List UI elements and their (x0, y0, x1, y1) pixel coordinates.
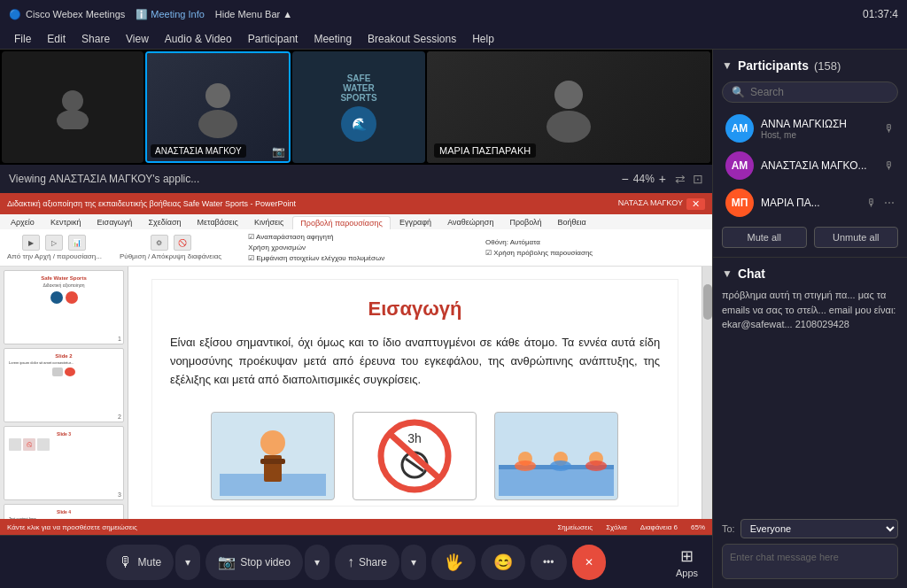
search-icon: 🔍 (732, 86, 745, 98)
tool-group-setup: ⚙ 🚫 Ρύθμιση / Απόκρυψη διαφάνειας (120, 235, 221, 260)
mic-icon: 🎙 (119, 554, 133, 570)
menu-edit[interactable]: Edit (40, 31, 73, 47)
ppt-tab-view[interactable]: Προβολή (502, 216, 548, 229)
share-dropdown[interactable]: ▾ (401, 545, 426, 580)
current-slide-area: Εισαγωγή Είναι εξίσου σημαντικοί, όχι όμ… (128, 267, 712, 519)
participant-item-anna[interactable]: ΑΜ ΑΝΝΑ ΜΑΓΚΙΩΣΗ Host, me 🎙 (722, 110, 898, 147)
video-thumb-anastasia[interactable]: ΑΝΑΣΤΑΣΙΑ ΜΑΓΚΟΥ 📷 (145, 51, 291, 163)
apps-button[interactable]: ⊞ Apps (676, 546, 698, 578)
participants-collapse-icon[interactable]: ▼ (722, 59, 733, 72)
ppt-tab-record[interactable]: Εγγραφή (392, 216, 438, 229)
svg-point-20 (515, 460, 536, 471)
ppt-tab-transitions[interactable]: Μεταβάσεις (190, 216, 244, 229)
slide-image-3 (494, 412, 618, 500)
participants-title: Participants (738, 58, 809, 73)
tool-play-current[interactable]: ▷ (45, 235, 63, 251)
tool-hide-slide[interactable]: 🚫 (174, 235, 191, 251)
svg-text:3h: 3h (408, 431, 422, 445)
tool-play-custom[interactable]: 📊 (68, 235, 86, 251)
video-icon: 📷 (218, 553, 236, 570)
meeting-info-button[interactable]: ℹ️ Meeting Info (136, 9, 205, 20)
video-label-maria: ΜΑΡΙΑ ΠΑΣΠΑΡΑΚΗ (434, 143, 536, 158)
tool-setup[interactable]: ⚙ (151, 235, 168, 251)
ppt-comments-tab[interactable]: Σχόλια (606, 523, 627, 531)
hide-menu-button[interactable]: Hide Menu Bar ▲ (215, 9, 292, 19)
zoom-out-button[interactable]: − (622, 172, 629, 186)
participant-info-anna: ΑΝΝΑ ΜΑΓΚΙΩΣΗ Host, me (761, 118, 877, 140)
slide-thumb-inner-3: Slide 3 🚫 (6, 429, 121, 491)
sync-icon[interactable]: ⇄ (675, 172, 686, 186)
slide-image-2: 3h (353, 412, 477, 500)
stop-video-button[interactable]: 📷 Stop video (205, 545, 303, 580)
participant-name-maria: ΜΑΡΙΑ ΠΑ... (761, 197, 859, 209)
chat-collapse-icon[interactable]: ▼ (722, 267, 733, 280)
zoom-in-button[interactable]: + (659, 172, 666, 186)
mute-button[interactable]: 🎙 Mute (106, 545, 174, 580)
mute-all-button[interactable]: Mute all (722, 227, 807, 248)
react-button[interactable]: 🖐 (431, 545, 476, 580)
participant-name-anna: ΑΝΝΑ ΜΑΓΚΙΩΣΗ (761, 118, 877, 130)
slide-thumb-2[interactable]: Slide 2 Lorem ipsum dolor sit amet conse… (4, 348, 124, 422)
ppt-tabs: Αρχείο Κεντρική Εισαγωγή Σχεδίαση Μεταβά… (0, 214, 712, 229)
video-thumb-water[interactable]: SAFEWATERSPORTS 🌊 (292, 51, 425, 163)
menu-audio-video[interactable]: Audio & Video (158, 31, 239, 47)
unmute-all-button[interactable]: Unmute all (814, 227, 899, 248)
more-options-button[interactable]: ••• (531, 545, 567, 580)
presentation-area: Διδακτική αξιοποίηση της εκπαιδευτικής β… (0, 193, 712, 535)
participant-avatar-maria: ΜΠ (725, 189, 754, 217)
react-icon: 🖐 (444, 553, 463, 572)
content-area: ΑΝΑΣΤΑΣΙΑ ΜΑΓΚΟΥ 📷 SAFEWATERSPORTS 🌊 ΜΑΡ… (0, 50, 712, 588)
tool-play-start[interactable]: ▶ (22, 235, 40, 251)
end-call-button[interactable]: ✕ (572, 545, 606, 580)
slide-thumb-1[interactable]: Safe Water Sports Διδακτική αξιοποίηση 1 (4, 270, 124, 344)
participant-role-anna: Host, me (761, 130, 877, 140)
slide-thumb-4[interactable]: Slide 4 Text content here... 4 (4, 504, 124, 519)
mute-dropdown[interactable]: ▾ (175, 545, 200, 580)
participant-mic-anastasia: 🎙 (884, 159, 895, 172)
ppt-scrollbar[interactable] (702, 267, 712, 519)
title-bar: 🔵 Cisco Webex Meetings ℹ️ Meeting Info H… (0, 0, 907, 28)
chat-to-select[interactable]: Everyone (740, 519, 898, 538)
participant-item-maria[interactable]: ΜΠ ΜΑΡΙΑ ΠΑ... 🎙 ⋯ (722, 184, 898, 221)
fullscreen-icon[interactable]: ⊡ (693, 172, 703, 186)
ppt-tab-insert[interactable]: Εισαγωγή (90, 216, 140, 229)
menu-file[interactable]: File (7, 31, 38, 47)
search-input[interactable] (750, 86, 888, 98)
participant-name-anastasia: ΑΝΑΣΤΑΣΙΑ ΜΑΓΚΟ... (761, 159, 877, 172)
ppt-tab-help[interactable]: Βοήθεια (551, 216, 593, 229)
menu-share[interactable]: Share (74, 31, 117, 47)
menu-view[interactable]: View (119, 31, 156, 47)
search-box[interactable]: 🔍 (722, 81, 898, 103)
video-dropdown[interactable]: ▾ (305, 545, 329, 580)
menu-help[interactable]: Help (465, 31, 501, 47)
menu-participant[interactable]: Participant (241, 31, 306, 47)
participant-item-anastasia[interactable]: ΑΜ ΑΝΑΣΤΑΣΙΑ ΜΑΓΚΟ... 🎙 (722, 147, 898, 184)
chat-input[interactable]: Enter chat message here (722, 544, 898, 579)
scroll-thumb[interactable] (703, 284, 712, 320)
ppt-tab-slideshow[interactable]: Προβολή παρουσίασης (292, 216, 391, 229)
video-icon-anastasia: 📷 (272, 145, 285, 158)
ppt-window: Διδακτική αξιοποίηση της εκπαιδευτικής β… (0, 193, 712, 535)
time-display: 01:37:4 (863, 8, 898, 20)
ppt-zoom-status: 65% (691, 523, 705, 531)
menu-breakout[interactable]: Breakout Sessions (360, 31, 463, 47)
ppt-tab-design[interactable]: Σχεδίαση (141, 216, 188, 229)
menu-meeting[interactable]: Meeting (306, 31, 359, 47)
video-thumb-maria[interactable]: ΜΑΡΙΑ ΠΑΣΠΑΡΑΚΗ (427, 51, 710, 163)
emoji-button[interactable]: 😊 (481, 545, 525, 580)
ppt-tab-animations[interactable]: Κινήσεις (247, 216, 291, 229)
video-thumb-1[interactable] (2, 51, 143, 163)
ppt-tab-home[interactable]: Κεντρική (43, 216, 89, 229)
ppt-ribbon: Αρχείο Κεντρική Εισαγωγή Σχεδίαση Μεταβά… (0, 214, 712, 267)
svg-point-22 (550, 460, 571, 471)
share-button[interactable]: ↑ Share (335, 545, 399, 580)
ppt-tab-review[interactable]: Αναθεώρηση (440, 216, 500, 229)
participant-options-icon[interactable]: ⋯ (884, 197, 895, 209)
ppt-tab-file[interactable]: Αρχείο (4, 216, 42, 229)
ppt-close-button[interactable]: ✕ (686, 198, 705, 210)
menu-bar: File Edit Share View Audio & Video Parti… (0, 28, 907, 50)
video-row: ΑΝΑΣΤΑΣΙΑ ΜΑΓΚΟΥ 📷 SAFEWATERSPORTS 🌊 ΜΑΡ… (0, 50, 712, 165)
slide-thumb-3[interactable]: Slide 3 🚫 3 (4, 426, 124, 500)
ppt-notes-tab[interactable]: Σημείωσεις (557, 523, 593, 531)
apps-icon: ⊞ (680, 546, 694, 566)
